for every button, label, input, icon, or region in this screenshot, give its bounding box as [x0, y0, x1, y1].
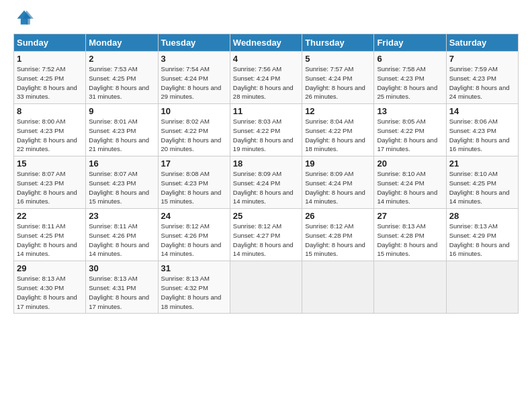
calendar-cell: 14Sunrise: 8:06 AMSunset: 4:23 PMDayligh… [446, 104, 518, 156]
day-info: Sunrise: 8:06 AMSunset: 4:23 PMDaylight:… [449, 118, 510, 152]
day-number: 17 [161, 158, 227, 169]
calendar-cell: 13Sunrise: 8:05 AMSunset: 4:22 PMDayligh… [374, 104, 446, 156]
day-info: Sunrise: 8:13 AMSunset: 4:32 PMDaylight:… [161, 275, 222, 310]
day-number: 13 [377, 106, 443, 116]
calendar-cell: 20Sunrise: 8:10 AMSunset: 4:24 PMDayligh… [374, 156, 446, 209]
calendar-week-2: 8Sunrise: 8:00 AMSunset: 4:23 PMDaylight… [14, 104, 519, 156]
day-number: 25 [233, 211, 299, 221]
day-number: 23 [89, 211, 154, 221]
day-number: 31 [161, 263, 227, 273]
calendar-cell: 16Sunrise: 8:07 AMSunset: 4:23 PMDayligh… [86, 156, 158, 209]
day-info: Sunrise: 8:11 AMSunset: 4:26 PMDaylight:… [89, 222, 149, 257]
day-info: Sunrise: 8:12 AMSunset: 4:27 PMDaylight:… [233, 222, 294, 257]
day-info: Sunrise: 8:13 AMSunset: 4:29 PMDaylight:… [449, 222, 510, 257]
day-number: 10 [161, 106, 227, 116]
day-number: 16 [89, 158, 154, 169]
calendar-cell: 15Sunrise: 8:07 AMSunset: 4:23 PMDayligh… [14, 156, 86, 209]
calendar-cell: 27Sunrise: 8:13 AMSunset: 4:28 PMDayligh… [374, 209, 446, 261]
calendar-cell: 1Sunrise: 7:52 AMSunset: 4:25 PMDaylight… [14, 52, 86, 104]
day-number: 24 [161, 211, 227, 221]
day-number: 21 [449, 158, 515, 169]
day-info: Sunrise: 8:13 AMSunset: 4:28 PMDaylight:… [377, 222, 437, 257]
day-info: Sunrise: 8:00 AMSunset: 4:23 PMDaylight:… [17, 118, 77, 152]
day-info: Sunrise: 8:01 AMSunset: 4:23 PMDaylight:… [89, 118, 149, 152]
day-number: 8 [17, 106, 83, 116]
col-header-monday: Monday [86, 34, 158, 52]
calendar-cell: 6Sunrise: 7:58 AMSunset: 4:23 PMDaylight… [374, 52, 446, 104]
day-info: Sunrise: 8:12 AMSunset: 4:26 PMDaylight:… [161, 222, 222, 257]
calendar-cell [302, 261, 374, 314]
col-header-tuesday: Tuesday [158, 34, 230, 52]
calendar-cell: 19Sunrise: 8:09 AMSunset: 4:24 PMDayligh… [302, 156, 374, 209]
day-info: Sunrise: 7:57 AMSunset: 4:24 PMDaylight:… [305, 65, 365, 100]
day-number: 19 [305, 158, 371, 169]
day-number: 29 [17, 263, 83, 273]
col-header-sunday: Sunday [14, 34, 86, 52]
header [13, 11, 519, 30]
day-number: 1 [17, 54, 83, 64]
day-info: Sunrise: 8:12 AMSunset: 4:28 PMDaylight:… [305, 222, 365, 257]
day-number: 4 [233, 54, 299, 64]
calendar-cell [230, 261, 302, 314]
day-number: 14 [449, 106, 515, 116]
day-info: Sunrise: 7:59 AMSunset: 4:23 PMDaylight:… [449, 65, 510, 100]
calendar-week-3: 15Sunrise: 8:07 AMSunset: 4:23 PMDayligh… [14, 156, 519, 209]
day-info: Sunrise: 8:09 AMSunset: 4:24 PMDaylight:… [305, 170, 365, 205]
day-number: 15 [17, 158, 83, 169]
day-number: 5 [305, 54, 371, 64]
day-number: 9 [89, 106, 154, 116]
day-number: 12 [305, 106, 371, 116]
calendar-cell: 11Sunrise: 8:03 AMSunset: 4:22 PMDayligh… [230, 104, 302, 156]
day-info: Sunrise: 8:04 AMSunset: 4:22 PMDaylight:… [305, 118, 365, 152]
day-info: Sunrise: 8:11 AMSunset: 4:25 PMDaylight:… [17, 222, 77, 257]
calendar-cell: 12Sunrise: 8:04 AMSunset: 4:22 PMDayligh… [302, 104, 374, 156]
calendar-cell: 8Sunrise: 8:00 AMSunset: 4:23 PMDaylight… [14, 104, 86, 156]
day-number: 18 [233, 158, 299, 169]
day-info: Sunrise: 8:07 AMSunset: 4:23 PMDaylight:… [89, 170, 149, 205]
day-number: 3 [161, 54, 227, 64]
day-number: 7 [449, 54, 515, 64]
calendar-cell: 26Sunrise: 8:12 AMSunset: 4:28 PMDayligh… [302, 209, 374, 261]
calendar-cell: 7Sunrise: 7:59 AMSunset: 4:23 PMDaylight… [446, 52, 518, 104]
calendar-cell: 18Sunrise: 8:09 AMSunset: 4:24 PMDayligh… [230, 156, 302, 209]
calendar-cell: 9Sunrise: 8:01 AMSunset: 4:23 PMDaylight… [86, 104, 158, 156]
calendar-cell: 2Sunrise: 7:53 AMSunset: 4:25 PMDaylight… [86, 52, 158, 104]
calendar-cell [446, 261, 518, 314]
day-info: Sunrise: 7:53 AMSunset: 4:25 PMDaylight:… [89, 65, 149, 100]
calendar-cell: 24Sunrise: 8:12 AMSunset: 4:26 PMDayligh… [158, 209, 230, 261]
calendar-cell: 31Sunrise: 8:13 AMSunset: 4:32 PMDayligh… [158, 261, 230, 314]
day-info: Sunrise: 8:07 AMSunset: 4:23 PMDaylight:… [17, 170, 77, 205]
col-header-thursday: Thursday [302, 34, 374, 52]
day-number: 27 [377, 211, 443, 221]
day-info: Sunrise: 7:56 AMSunset: 4:24 PMDaylight:… [233, 65, 294, 100]
day-info: Sunrise: 7:52 AMSunset: 4:25 PMDaylight:… [17, 65, 77, 100]
col-header-friday: Friday [374, 34, 446, 52]
calendar-cell: 29Sunrise: 8:13 AMSunset: 4:30 PMDayligh… [14, 261, 86, 314]
calendar-cell: 25Sunrise: 8:12 AMSunset: 4:27 PMDayligh… [230, 209, 302, 261]
calendar-week-1: 1Sunrise: 7:52 AMSunset: 4:25 PMDaylight… [14, 52, 519, 104]
day-number: 26 [305, 211, 371, 221]
logo-icon [15, 8, 34, 27]
day-info: Sunrise: 7:58 AMSunset: 4:23 PMDaylight:… [377, 65, 437, 100]
day-info: Sunrise: 8:10 AMSunset: 4:24 PMDaylight:… [377, 170, 437, 205]
calendar-cell: 10Sunrise: 8:02 AMSunset: 4:22 PMDayligh… [158, 104, 230, 156]
day-info: Sunrise: 8:09 AMSunset: 4:24 PMDaylight:… [233, 170, 294, 205]
day-info: Sunrise: 8:08 AMSunset: 4:23 PMDaylight:… [161, 170, 222, 205]
page: SundayMondayTuesdayWednesdayThursdayFrid… [0, 0, 532, 411]
day-info: Sunrise: 8:02 AMSunset: 4:22 PMDaylight:… [161, 118, 222, 152]
day-number: 30 [89, 263, 154, 273]
calendar-cell: 4Sunrise: 7:56 AMSunset: 4:24 PMDaylight… [230, 52, 302, 104]
calendar-cell: 5Sunrise: 7:57 AMSunset: 4:24 PMDaylight… [302, 52, 374, 104]
calendar-cell: 21Sunrise: 8:10 AMSunset: 4:25 PMDayligh… [446, 156, 518, 209]
calendar-week-4: 22Sunrise: 8:11 AMSunset: 4:25 PMDayligh… [14, 209, 519, 261]
day-number: 22 [17, 211, 83, 221]
logo [13, 11, 35, 30]
day-number: 28 [449, 211, 515, 221]
day-info: Sunrise: 8:03 AMSunset: 4:22 PMDaylight:… [233, 118, 294, 152]
day-info: Sunrise: 8:10 AMSunset: 4:25 PMDaylight:… [449, 170, 510, 205]
calendar-cell: 17Sunrise: 8:08 AMSunset: 4:23 PMDayligh… [158, 156, 230, 209]
day-number: 2 [89, 54, 154, 64]
calendar-cell [374, 261, 446, 314]
calendar-cell: 30Sunrise: 8:13 AMSunset: 4:31 PMDayligh… [86, 261, 158, 314]
calendar-cell: 3Sunrise: 7:54 AMSunset: 4:24 PMDaylight… [158, 52, 230, 104]
